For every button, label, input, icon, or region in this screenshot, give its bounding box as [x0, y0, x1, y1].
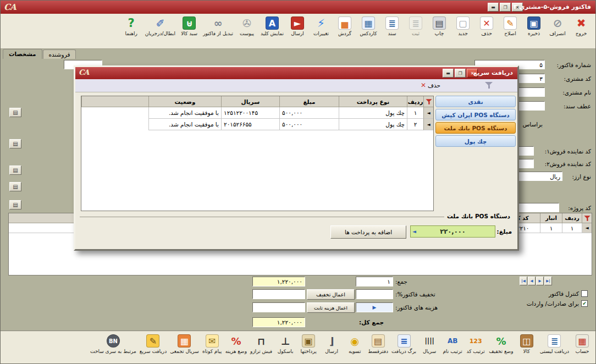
nav-next-button[interactable]: ▶: [536, 277, 544, 285]
row-printer-button[interactable]: ▤: [9, 200, 21, 209]
serial-button[interactable]: ||||سریال: [418, 334, 440, 354]
header-payment-type[interactable]: نوع پرداخت: [339, 96, 407, 107]
discount-percent-input[interactable]: [356, 289, 393, 299]
settlement-button[interactable]: ◉تسویه: [344, 334, 366, 354]
payment-method-button[interactable]: دستگاه POS بانك ملت: [435, 122, 516, 134]
invoice-control-row[interactable]: کنترل فاکتور: [549, 290, 588, 297]
installment-book-button[interactable]: ▤دفترقسط: [367, 334, 389, 354]
minimize-button[interactable]: ▬: [488, 3, 499, 12]
attachment-button[interactable]: ✇پیوست: [236, 16, 258, 36]
grid-header-warehouse[interactable]: انبار: [540, 213, 562, 223]
header-row[interactable]: ردیف: [407, 96, 423, 107]
discount-status-button[interactable]: %وضع تخفیف: [488, 334, 515, 354]
add-to-payments-button[interactable]: اضافه به پرداخت ها: [330, 225, 406, 239]
apply-discount-button[interactable]: اعمال تخفیف: [307, 289, 355, 300]
amount-spinner-icon[interactable]: ◄: [412, 229, 416, 234]
new-button[interactable]: ▢جدید: [452, 16, 474, 36]
row-printer-button[interactable]: ▤: [9, 139, 21, 148]
print-button[interactable]: ▤چاپ: [428, 16, 450, 36]
payment-method-button[interactable]: چك پول: [435, 135, 516, 147]
payment-method-button[interactable]: دستگاه POS ایران کیش: [435, 109, 516, 120]
save-button[interactable]: ▣ذخیره: [523, 16, 545, 36]
toolbar-item-label: ذخیره: [528, 31, 540, 36]
payment-row[interactable]: ◄۱چك پول۵۰۰,۰۰۰۱۲۵۱۲۲۰۰۱۴۵با موفقیت انجا…: [81, 107, 433, 119]
batch-series-button[interactable]: BNمرتبط به سری ساخت: [89, 334, 137, 354]
name-sort-button[interactable]: ABترتیب نام: [442, 334, 463, 354]
voucher-button[interactable]: ≣سند: [381, 16, 403, 36]
nav-last-button[interactable]: ▶|: [544, 277, 552, 285]
sum-amount-box: ۱,۲۲۰,۰۰۰: [252, 277, 305, 286]
help-button[interactable]: ?راهنما: [120, 16, 142, 36]
changes-button[interactable]: ⚡تغییرات: [310, 16, 332, 36]
costs-expand-button[interactable]: ▶: [356, 302, 393, 312]
turnover-button[interactable]: ▅گردش: [334, 16, 356, 36]
payment-cell-amount: ۵۰۰,۰۰۰: [279, 107, 339, 119]
code-sort-button[interactable]: 123ترتیب کد: [465, 334, 487, 354]
delete-payment-button[interactable]: حذف ✕: [421, 81, 440, 89]
receive-sheet-button[interactable]: ≡برگ دریافت: [390, 334, 417, 354]
nav-first-button[interactable]: |◀: [520, 277, 527, 285]
maximize-button[interactable]: ❐: [500, 3, 511, 12]
bottom-toolbar: ▦حساب≣دریافت لیستی◫کالا%وضع تخفیف123ترتی…: [1, 330, 595, 364]
toolbar-item-label: خروج: [576, 31, 587, 36]
list-receive-button[interactable]: ≣دریافت لیستی: [539, 334, 570, 354]
register-button[interactable]: ≣ثبت: [405, 16, 427, 36]
toolbar-item-label: انصراف: [549, 31, 566, 36]
invoice-control-checkbox[interactable]: [581, 290, 588, 297]
sum-count-box[interactable]: ۱: [356, 277, 393, 286]
row-printer-button[interactable]: ▤: [9, 182, 21, 191]
amount-field[interactable]: ◄ ۲۲۰,۰۰۰: [410, 225, 495, 238]
project-code-label: کد پروژه:: [568, 205, 591, 211]
nav-prev-button[interactable]: ◀: [528, 277, 536, 285]
header-status[interactable]: وضعیت: [148, 96, 221, 107]
cancel-button[interactable]: ⊘انصراف: [547, 16, 569, 36]
payments-button[interactable]: ▣پرداختها: [297, 334, 319, 354]
discount-amount-box[interactable]: [252, 289, 305, 299]
exit-button[interactable]: ✖خروج: [570, 16, 592, 36]
goods-basket-button[interactable]: ⊎سبد کالا: [178, 16, 200, 36]
row-printer-button[interactable]: ▤: [9, 166, 21, 175]
delete-button[interactable]: ✕حذف: [476, 16, 498, 36]
show-key-button[interactable]: Aنمایش کلید: [260, 16, 285, 36]
changes-icon: ⚡: [314, 16, 328, 30]
grid-header-row[interactable]: ردیف: [562, 213, 582, 223]
weighbridge-icon: ⊥: [279, 334, 292, 348]
costs-amount-box[interactable]: [252, 302, 305, 312]
cumulative-serial-button[interactable]: ▦سریال تجمعی: [169, 334, 200, 354]
dialog-minimize-button[interactable]: ▬: [443, 69, 454, 78]
sms-button[interactable]: ✉پیام کوتاه: [201, 334, 223, 354]
payments-filter-icon[interactable]: [423, 96, 433, 107]
payments-table: ردیف نوع پرداخت مبلغ سریال وضعیت ◄۱چك پو…: [81, 96, 434, 211]
account-button[interactable]: ▦حساب: [571, 334, 593, 354]
weighbridge-button[interactable]: ⊥باسکول: [274, 334, 296, 354]
tab-seller[interactable]: فروشنده: [43, 49, 76, 59]
payment-method-button[interactable]: نقدی: [435, 96, 516, 107]
cost-status-button[interactable]: %وضع هزینه: [224, 334, 248, 354]
convert-invoice-button[interactable]: ∞تبدیل از فاکتور: [202, 16, 234, 36]
goods-button[interactable]: ◫کالا: [516, 334, 538, 354]
dialog-maximize-button[interactable]: ❐: [455, 69, 466, 78]
toolbar-item-label: دریافت لیستی: [540, 349, 569, 354]
quick-receive-button[interactable]: ✎دریافت سریع: [139, 334, 168, 354]
apply-fixed-cost-button[interactable]: اعمال هزینه ثابت: [307, 302, 355, 313]
export-import-checkbox[interactable]: ✔: [581, 300, 588, 307]
payment-row[interactable]: ◄۲چك پول۵۰۰,۰۰۰۲۰۱۵۲۶۶۵۵با موفقیت انجام …: [81, 119, 433, 130]
export-import-row[interactable]: ✔ برای صادرات/ واردات: [527, 300, 588, 307]
kardex-button[interactable]: ▦کاردکس: [357, 16, 379, 36]
row-marker-icon: ◄: [582, 223, 592, 233]
discount-label: تخفیف فاکتور%:: [395, 291, 435, 297]
header-amount[interactable]: مبلغ: [279, 96, 339, 107]
export-import-label: برای صادرات/ واردات: [527, 300, 579, 307]
toolbar-item-label: حساب: [576, 349, 589, 354]
header-serial[interactable]: سریال: [221, 96, 279, 107]
tab-specifications[interactable]: مشخصات: [3, 49, 42, 59]
void-inprogress-button[interactable]: ✐ابطال/درجریان: [144, 16, 176, 36]
edit-button[interactable]: ✎اصلاح: [499, 16, 521, 36]
filter-icon[interactable]: [484, 81, 493, 89]
scale-slip-button[interactable]: ⊓فیش ترازو: [249, 334, 273, 354]
grid-filter-icon[interactable]: [582, 213, 592, 223]
row-printer-button[interactable]: ▤: [9, 108, 21, 117]
send-dolly-button[interactable]: ⌊ارسال: [321, 334, 343, 354]
toolbar-item-label: پرداختها: [301, 349, 317, 354]
send-truck-button[interactable]: ►ارسال: [286, 16, 308, 36]
